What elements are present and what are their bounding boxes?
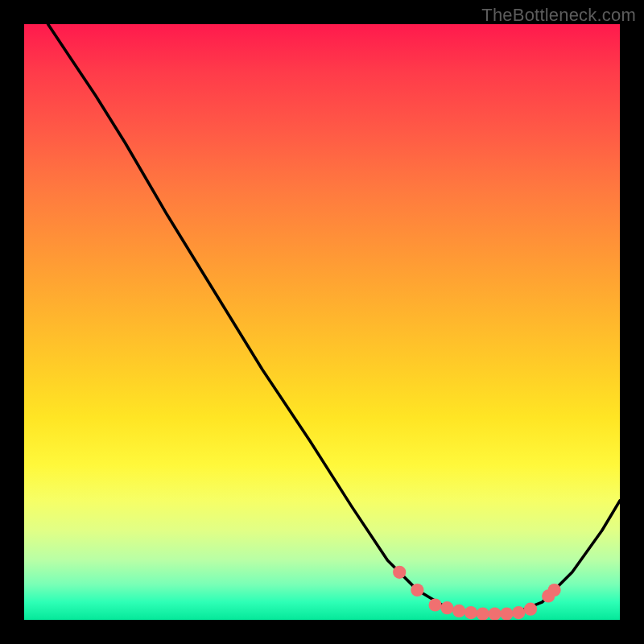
dots-group	[393, 566, 561, 620]
curve-line	[48, 24, 620, 614]
outer-frame: TheBottleneck.com	[0, 0, 644, 644]
data-dot	[464, 606, 477, 619]
data-dot	[440, 601, 453, 614]
chart-plot-area	[24, 24, 620, 620]
data-dot	[548, 584, 561, 597]
data-dot	[429, 598, 442, 611]
data-dot	[411, 584, 423, 597]
data-dot	[524, 603, 537, 616]
data-dot	[500, 608, 513, 621]
data-dot	[393, 566, 406, 579]
data-dot	[489, 608, 502, 621]
watermark-text: TheBottleneck.com	[481, 5, 636, 26]
data-dot	[512, 606, 525, 619]
chart-svg	[24, 24, 620, 620]
data-dot	[452, 605, 465, 617]
data-dot	[477, 608, 489, 621]
